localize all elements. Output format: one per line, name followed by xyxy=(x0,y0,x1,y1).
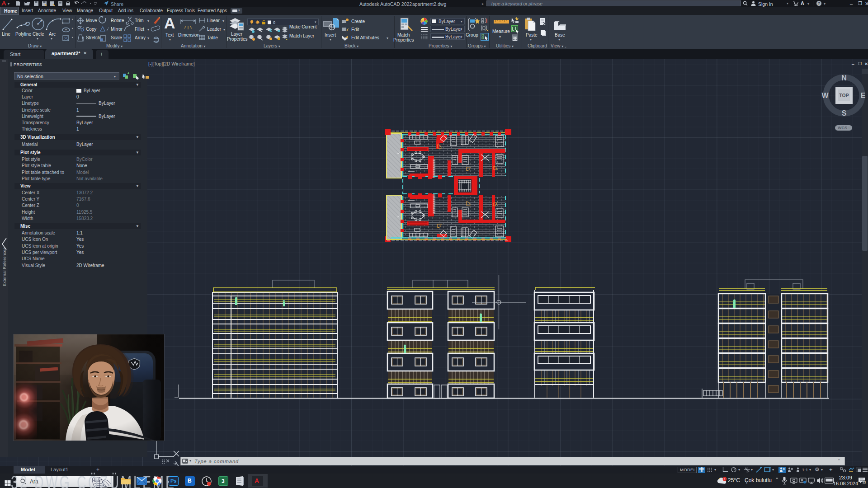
svg-text:W: W xyxy=(821,92,829,99)
svg-text:!: ! xyxy=(724,478,725,481)
svg-text:E: E xyxy=(861,92,866,99)
svg-text:S: S xyxy=(842,109,847,117)
svg-text:23: 23 xyxy=(863,481,866,484)
svg-text:N: N xyxy=(841,74,847,82)
svg-text:0: 0 xyxy=(273,20,275,25)
svg-text:TOP: TOP xyxy=(839,93,849,98)
